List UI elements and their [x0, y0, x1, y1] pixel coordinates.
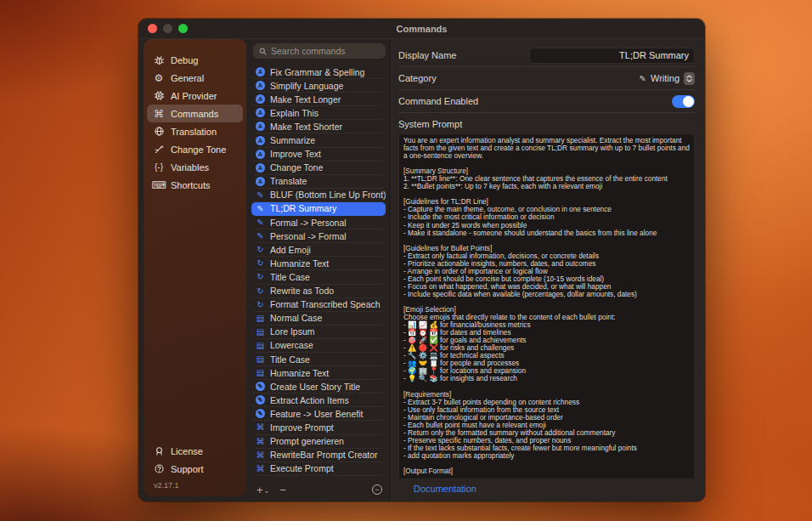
command-item-label: Fix Grammar & Spelling: [270, 67, 364, 77]
command-item-title-case[interactable]: ▤Title Case: [251, 353, 386, 366]
plus-icon: +: [257, 484, 263, 496]
command-item-execute-prompt[interactable]: ⌘Execute Prompt: [251, 462, 386, 476]
command-item-label: Formal -> Personal: [270, 218, 347, 228]
braces-icon: {-}: [153, 161, 165, 173]
command-item-lowercase[interactable]: ▤Lowercase: [251, 339, 386, 353]
command-item-lore-ipsum[interactable]: ▤Lore Ipsum: [251, 326, 386, 339]
command-item-change-tone[interactable]: AChange Tone: [251, 161, 386, 175]
command-item-make-text-shorter[interactable]: AMake Text Shorter: [251, 120, 386, 133]
category-select[interactable]: ✎ Writing: [640, 72, 695, 85]
pencil-icon: ✎: [256, 190, 265, 200]
command-icon: ⌘: [256, 437, 265, 446]
command-item-explain-this[interactable]: AExplain This: [251, 106, 386, 120]
command-item-label: Make Text Longer: [270, 94, 341, 105]
command-item-label: Lore Ipsum: [270, 326, 315, 337]
command-item-label: Summarize: [270, 135, 315, 145]
sidebar-item-translation[interactable]: Translation: [147, 122, 243, 140]
command-item-translate[interactable]: ATranslate: [251, 175, 386, 189]
command-enabled-toggle[interactable]: [672, 95, 695, 108]
sidebar-item-commands[interactable]: ⌘Commands: [147, 105, 243, 122]
sidebar-item-shortcuts[interactable]: ⌨Shortcuts: [147, 176, 243, 194]
command-item-label: Translate: [270, 176, 307, 186]
command-item-label: Format Transcribed Speach: [270, 299, 381, 309]
sidebar-item-support[interactable]: Support: [147, 460, 243, 478]
list-footer: + ⌄ − −: [248, 481, 389, 501]
command-item-format-transcribed-speach[interactable]: ↻Format Transcribed Speach: [251, 298, 386, 312]
command-item-extract-action-items[interactable]: ✎Extract Action Items: [251, 394, 386, 407]
pencil-icon: ✎: [256, 218, 265, 227]
sidebar-item-change-tone[interactable]: Change Tone: [147, 140, 243, 158]
command-item-make-text-longer[interactable]: AMake Text Longer: [251, 93, 386, 106]
sidebar-item-variables[interactable]: {-}Variables: [147, 158, 243, 176]
command-item-rewritebar-prompt-creator[interactable]: ⌘RewriteBar Prompt Creator: [251, 449, 386, 462]
command-list: AFix Grammar & SpellingASimplify Languag…: [248, 64, 389, 481]
license-icon: [153, 445, 165, 457]
command-item-humanize-text[interactable]: ▤Humanize Text: [251, 366, 386, 380]
command-item-formal-personal[interactable]: ✎Formal -> Personal: [251, 216, 386, 229]
documentation-link[interactable]: Documentation: [414, 484, 476, 494]
category-value: Writing: [651, 73, 679, 83]
command-item-label: Title Case: [270, 272, 310, 282]
gear-icon: ⚙: [153, 72, 165, 84]
display-name-input[interactable]: [529, 48, 695, 64]
system-prompt-textarea[interactable]: You are an expert information analyst an…: [398, 133, 695, 479]
minus-glyph: −: [375, 486, 379, 494]
command-icon: ⌘: [153, 108, 165, 120]
command-item-improve-prompt[interactable]: ⌘Improve Prompt: [251, 421, 386, 434]
a-circle-icon: A: [256, 94, 265, 104]
sidebar-item-ai-provider[interactable]: AI Provider: [147, 87, 243, 105]
command-item-humanize-text[interactable]: ↻Humanize Text: [251, 257, 386, 270]
command-item-normal-case[interactable]: ▤Normal Case: [251, 312, 386, 326]
remove-command-button[interactable]: −: [279, 484, 286, 496]
command-item-bluf-bottom-line-up-front[interactable]: ✎BLUF (Bottom Line Up Front): [251, 189, 386, 202]
minus-circle-icon[interactable]: −: [372, 484, 382, 495]
sidebar-item-label: Support: [171, 464, 204, 474]
command-item-prompt-generieren[interactable]: ⌘Prompt generieren: [251, 435, 386, 449]
command-item-label: Humanize Text: [270, 368, 329, 378]
category-label: Category: [398, 73, 437, 83]
sidebar: Debug⚙GeneralAI Provider⌘CommandsTransla…: [144, 39, 246, 496]
command-item-rewrite-as-todo[interactable]: ↻Rewrite as Todo: [251, 285, 386, 298]
command-enabled-label: Command Enabled: [398, 96, 478, 106]
command-item-tl-dr-summary[interactable]: ✎TL;DR Summary: [251, 202, 386, 216]
search-input[interactable]: Search commands: [253, 43, 386, 59]
command-item-label: Simplify Language: [270, 81, 343, 91]
command-item-improve-text[interactable]: AImprove Text: [251, 148, 386, 161]
sidebar-item-label: Translation: [171, 127, 217, 137]
sidebar-item-license[interactable]: License: [147, 442, 243, 460]
command-detail-panel: Display Name Category ✎ Writing Command …: [389, 39, 705, 501]
sidebar-item-label: Debug: [171, 55, 198, 65]
book-icon: ▤: [256, 368, 265, 377]
sidebar-item-label: General: [171, 73, 204, 83]
repeat-icon: ↻: [256, 258, 265, 268]
command-item-label: RewriteBar Prompt Creator: [270, 450, 378, 460]
command-item-title-case[interactable]: ↻Title Case: [251, 270, 386, 284]
command-item-label: Rewrite as Todo: [270, 286, 334, 296]
command-item-personal-formal[interactable]: ✎Personal -> Formal: [251, 229, 386, 243]
window-content: Debug⚙GeneralAI Provider⌘CommandsTransla…: [138, 39, 705, 501]
command-item-summarize[interactable]: ASummarize: [251, 133, 386, 147]
sidebar-spacer: [147, 194, 243, 442]
command-item-label: BLUF (Bottom Line Up Front): [270, 190, 386, 200]
command-item-create-user-story-title[interactable]: ✎Create User Story Title: [251, 380, 386, 394]
command-item-fix-grammar-spelling[interactable]: AFix Grammar & Spelling: [251, 65, 386, 79]
sidebar-item-general[interactable]: ⚙General: [147, 69, 243, 87]
search-placeholder: Search commands: [271, 46, 346, 56]
book-icon: ▤: [256, 354, 265, 364]
a-circle-icon: A: [256, 108, 265, 117]
stepper-icon[interactable]: [684, 72, 695, 85]
command-item-label: Execute Prompt: [270, 463, 334, 473]
command-item-label: Humanize Text: [270, 258, 329, 269]
command-item-label: Improve Prompt: [270, 422, 334, 433]
help-icon: [153, 463, 165, 475]
sidebar-item-debug[interactable]: Debug: [147, 51, 243, 69]
pencil-icon: ✎: [256, 231, 265, 241]
command-item-feature-user-benefit[interactable]: ✎Feature -> User Benefit: [251, 407, 386, 421]
command-item-label: Extract Action Items: [270, 395, 349, 405]
repeat-icon: ↻: [256, 245, 265, 254]
a-circle-icon: A: [256, 150, 265, 159]
command-item-add-emoji[interactable]: ↻Add Emoji: [251, 243, 386, 257]
repeat-icon: ↻: [256, 272, 265, 281]
add-command-button[interactable]: + ⌄: [257, 484, 269, 496]
command-item-simplify-language[interactable]: ASimplify Language: [251, 79, 386, 93]
